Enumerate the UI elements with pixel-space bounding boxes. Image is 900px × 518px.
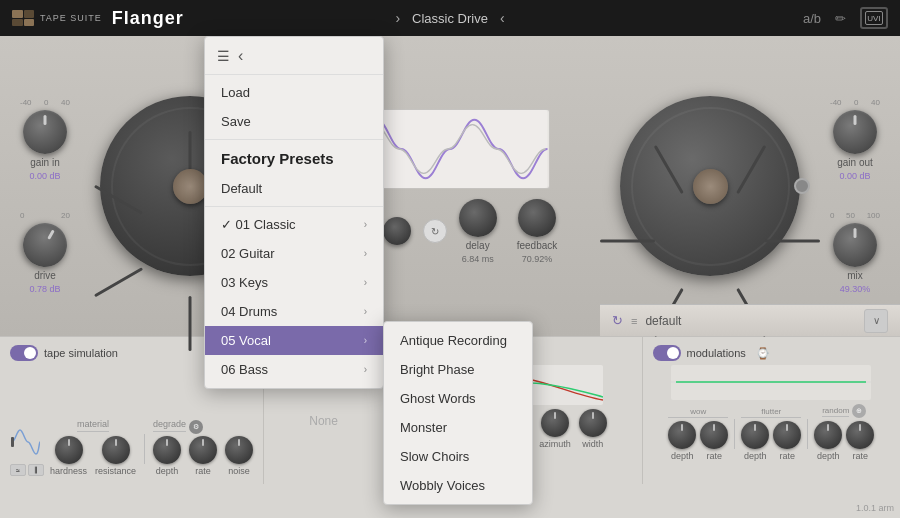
sub-item-slow[interactable]: Slow Choirs (384, 442, 532, 471)
drive-knob[interactable] (15, 215, 75, 275)
gain-out-tick-mid: 0 (854, 98, 858, 107)
hardness-group: hardness (50, 436, 87, 476)
gain-out-tick-low: -40 (830, 98, 842, 107)
mod-rate-1-knob[interactable] (700, 421, 728, 449)
mix-tick-high: 50 (846, 211, 855, 220)
random-section: random ⊕ depth rate (814, 404, 874, 461)
gain-in-label: gain in (30, 157, 59, 168)
dropdown-menu: ☰ ‹ Load Save Factory Presets Default ✓ … (204, 36, 384, 389)
material-label: material (77, 419, 109, 432)
pencil-icon[interactable]: ✏ (835, 11, 846, 26)
wow-section: wow depth rate (668, 407, 728, 461)
random-icon: ⊕ (852, 404, 866, 418)
menu-sep-2 (205, 139, 383, 140)
delay-knob[interactable] (459, 199, 497, 237)
right-tape-reel (610, 86, 810, 286)
menu-top-row: ☰ ‹ (205, 41, 383, 71)
ab-button[interactable]: a/b (803, 11, 821, 26)
hardness-label: hardness (50, 466, 87, 476)
logo-box-1 (12, 10, 23, 18)
modulations-content: wow depth rate flutter (653, 365, 890, 476)
small-knob-dial-2[interactable] (383, 217, 411, 245)
tape-machine-body: -40 0 40 gain in 0.00 dB 0 20 drive 0.78… (0, 36, 900, 336)
nav-prev-button[interactable]: › (395, 10, 400, 26)
menu-icon-button[interactable]: ☰ (217, 48, 230, 64)
nav-next-button[interactable]: ‹ (500, 10, 505, 26)
modulations-knobs: wow depth rate flutter (668, 404, 874, 461)
menu-item-05-wrap: 05 Vocal › Antique Recording Bright Phas… (205, 326, 383, 355)
depth-group: depth (153, 436, 181, 476)
drive-tick-low: 0 (20, 211, 24, 220)
menu-item-03[interactable]: 03 Keys › (205, 268, 383, 297)
mod-depth-2-label: depth (744, 451, 767, 461)
preset-name: Classic Drive (412, 11, 488, 26)
rate-knob[interactable] (189, 436, 217, 464)
sub-item-monster[interactable]: Monster (384, 413, 532, 442)
width-knob[interactable] (579, 409, 607, 437)
preset-chevron-button[interactable]: ∨ (864, 309, 888, 333)
delay-value: 6.84 ms (462, 254, 494, 264)
spoke-r6 (654, 145, 684, 194)
feedback-knob[interactable] (518, 199, 556, 237)
tape-suite-logo: TAPE SUITE (12, 10, 102, 26)
tape-sim-wave-controls: ≈ ∥ (10, 422, 44, 476)
mix-tick-low: 0 (830, 211, 834, 220)
logo-boxes (12, 10, 34, 26)
menu-save[interactable]: Save (205, 107, 383, 136)
depth-knob[interactable] (153, 436, 181, 464)
sub-item-antique[interactable]: Antique Recording (384, 326, 532, 355)
noise-group: noise (225, 436, 253, 476)
rate-group: rate (189, 436, 217, 476)
menu-back-button[interactable]: ‹ (238, 47, 243, 65)
mod-depth-3-group: depth (814, 421, 842, 461)
mix-container: 0 50 100 mix 49.30% (830, 211, 880, 294)
arrow-02: › (364, 248, 367, 259)
sub-item-wobbly[interactable]: Wobbly Voices (384, 471, 532, 500)
mix-knob[interactable] (833, 223, 877, 267)
mod-depth-1-knob[interactable] (668, 421, 696, 449)
wow-label: wow (668, 407, 728, 418)
sub-item-bright[interactable]: Bright Phase (384, 355, 532, 384)
spoke-5 (94, 267, 143, 297)
resistance-knob[interactable] (102, 436, 130, 464)
modulations-toggle[interactable] (653, 345, 681, 361)
mod-depth-3-knob[interactable] (814, 421, 842, 449)
sync-button[interactable]: ↻ (423, 219, 447, 243)
hardness-knob[interactable] (55, 436, 83, 464)
feedback-label: feedback (517, 240, 558, 251)
delay-feedback-row: delay 6.84 ms feedback 70.92% (459, 199, 558, 264)
random-header: random ⊕ (822, 404, 866, 420)
menu-item-02[interactable]: 02 Guitar › (205, 239, 383, 268)
left-knobs: -40 0 40 gain in 0.00 dB 0 20 drive 0.78… (20, 78, 70, 294)
modulations-icon: ⌚ (756, 347, 770, 360)
rate-label: rate (195, 466, 211, 476)
wave-btn-1[interactable]: ≈ (10, 464, 26, 476)
menu-item-01[interactable]: ✓ 01 Classic › (205, 210, 383, 239)
depth-label: depth (156, 466, 179, 476)
azimuth-knob[interactable] (541, 409, 569, 437)
menu-default[interactable]: Default (205, 174, 383, 203)
right-knobs: -40 0 40 gain out 0.00 dB 0 50 100 mix 4… (830, 78, 880, 294)
arrow-05: › (364, 335, 367, 346)
noise-knob[interactable] (225, 436, 253, 464)
menu-item-04[interactable]: 04 Drums › (205, 297, 383, 326)
gain-in-tick-high: 40 (61, 98, 70, 107)
arrow-03: › (364, 277, 367, 288)
mod-rate-3-knob[interactable] (846, 421, 874, 449)
menu-item-06[interactable]: 06 Bass › (205, 355, 383, 384)
drive-value: 0.78 dB (29, 284, 60, 294)
label-03: 03 Keys (221, 275, 268, 290)
drive-label: drive (34, 270, 56, 281)
gain-in-knob[interactable] (23, 110, 67, 154)
right-reel-center (693, 169, 728, 204)
mod-depth-2-knob[interactable] (741, 421, 769, 449)
degrade-settings-icon[interactable]: ⚙ (189, 420, 203, 434)
mod-rate-2-knob[interactable] (773, 421, 801, 449)
menu-load[interactable]: Load (205, 78, 383, 107)
tape-sim-knobs-1: hardness resistance (50, 436, 136, 476)
gain-out-knob[interactable] (833, 110, 877, 154)
wave-btn-2[interactable]: ∥ (28, 464, 44, 476)
sub-item-ghost[interactable]: Ghost Words (384, 384, 532, 413)
tape-simulation-toggle[interactable] (10, 345, 38, 361)
menu-item-05[interactable]: 05 Vocal › (205, 326, 383, 355)
